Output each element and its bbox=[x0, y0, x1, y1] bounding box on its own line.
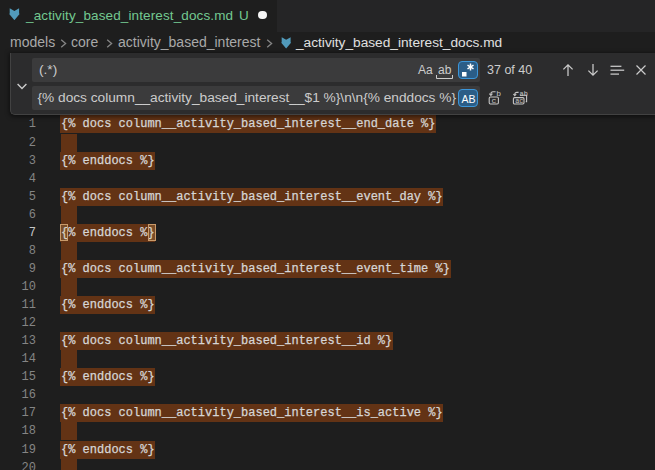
svg-text:b: b bbox=[496, 89, 501, 98]
svg-text:AB: AB bbox=[461, 93, 475, 105]
svg-text:ac: ac bbox=[515, 97, 523, 105]
svg-text:c: c bbox=[492, 96, 497, 105]
